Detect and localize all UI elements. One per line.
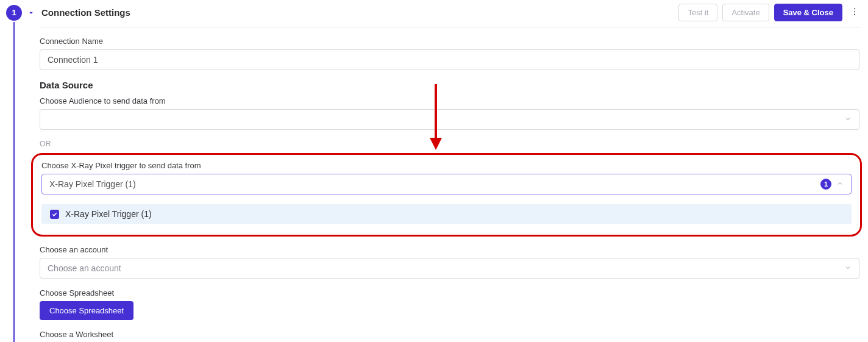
choose-spreadsheet-button[interactable]: Choose Spreadsheet (40, 301, 133, 320)
connection-name-label: Connection Name (40, 37, 859, 46)
svg-point-2 (854, 13, 855, 15)
account-placeholder: Choose an account (48, 263, 121, 273)
xray-label: Choose X-Ray Pixel trigger to send data … (41, 161, 852, 170)
spreadsheet-label: Choose Spreadsheet (40, 288, 859, 297)
test-it-button[interactable]: Test it (678, 4, 717, 21)
account-select[interactable]: Choose an account (40, 258, 859, 279)
more-vertical-icon[interactable] (847, 4, 862, 21)
connection-name-field: Connection Name Connection 1 (40, 37, 859, 70)
worksheet-label: Choose a Worksheet (40, 330, 859, 339)
audience-label: Choose Audience to send data from (40, 96, 859, 105)
header-actions: Test it Activate Save & Close (678, 4, 862, 21)
svg-point-0 (854, 8, 855, 9)
connection-name-value: Connection 1 (48, 55, 98, 65)
data-source-heading: Data Source (40, 80, 859, 90)
step-line (13, 22, 15, 342)
chevron-down-icon (844, 263, 852, 273)
xray-selected-display: X-Ray Pixel Trigger (1) (49, 179, 136, 189)
caret-down-icon[interactable] (27, 9, 35, 17)
xray-option[interactable]: X-Ray Pixel Trigger (1) (41, 204, 852, 224)
svg-point-1 (854, 10, 855, 12)
account-label: Choose an account (40, 245, 859, 254)
worksheet-field: Choose a Worksheet Choose a Worksheet (40, 330, 859, 342)
chevron-down-icon (844, 115, 852, 124)
xray-option-label: X-Ray Pixel Trigger (1) (65, 209, 152, 219)
xray-count-badge: 1 (820, 179, 831, 190)
xray-select[interactable]: X-Ray Pixel Trigger (1) 1 (41, 174, 852, 194)
save-close-button[interactable]: Save & Close (774, 4, 842, 21)
audience-field: Choose Audience to send data from (40, 96, 859, 130)
checkbox-checked-icon[interactable] (50, 210, 59, 219)
step-number-badge: 1 (6, 5, 22, 21)
spreadsheet-field: Choose Spreadsheet Choose Spreadsheet (40, 288, 859, 320)
xray-callout: Choose X-Ray Pixel trigger to send data … (31, 153, 862, 237)
xray-dropdown: X-Ray Pixel Trigger (1) (41, 202, 852, 224)
content-area: Connection Name Connection 1 Data Source… (40, 27, 859, 342)
audience-select[interactable] (40, 109, 859, 130)
chevron-up-icon (836, 179, 844, 189)
activate-button[interactable]: Activate (722, 4, 769, 21)
account-field: Choose an account Choose an account (40, 245, 859, 279)
connection-name-input[interactable]: Connection 1 (40, 49, 859, 70)
header-row: 1 Connection Settings Test it Activate S… (0, 0, 868, 27)
page-title: Connection Settings (41, 7, 130, 18)
or-separator: OR (40, 140, 859, 148)
